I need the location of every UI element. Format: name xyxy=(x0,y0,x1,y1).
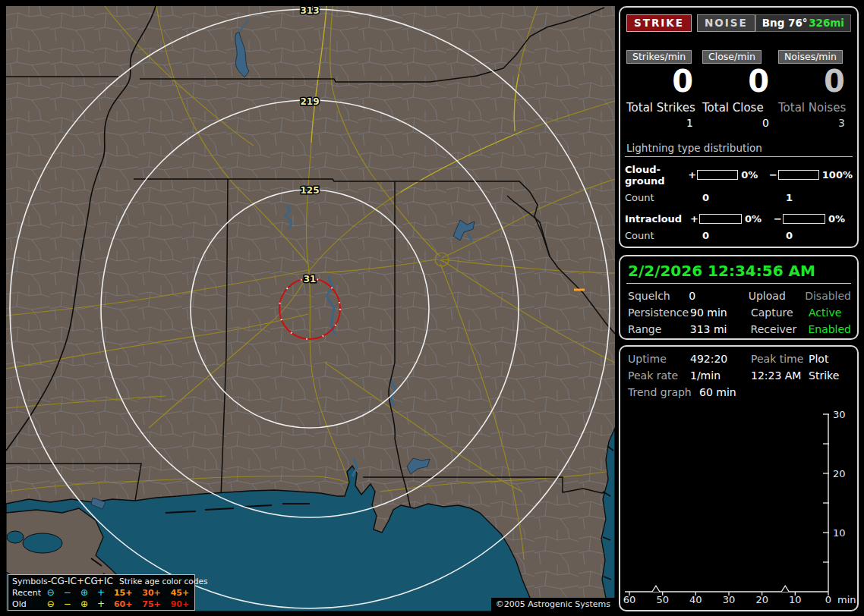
pos-cg-recent-icon: ⊕ xyxy=(76,587,93,599)
receiver-status-panel: 2/2/2026 12:34:56 AM Squelch 0 Upload Di… xyxy=(619,255,859,340)
svg-text:min: min xyxy=(837,594,856,605)
age-code-75: 75+ xyxy=(137,599,166,610)
plus-sign: + xyxy=(690,213,699,225)
range-receiver-row: Range 313 mi Receiver Enabled xyxy=(628,323,851,335)
peak-rate-row: Peak rate 1/min 12:23 AM Strike xyxy=(628,369,851,382)
trend-graph-label: Trend graph xyxy=(628,386,699,398)
cg-negative-count: 1 xyxy=(786,192,793,203)
neg-ic-old-icon: − xyxy=(59,599,76,610)
legend-recent-row: Recent ⊖ − ⊕ + 15+ 30+ 45+ xyxy=(12,587,194,599)
neg-cg-old-icon: ⊖ xyxy=(43,599,59,610)
legend-age-title: Strike age color codes xyxy=(113,576,207,587)
alarm-header-row: STRIKE NOISE Bng 76° 326mi xyxy=(620,8,857,32)
total-noises-value: 3 xyxy=(778,117,854,129)
ic-negative-bar xyxy=(783,214,825,224)
ring-label-219: 219 xyxy=(300,96,319,107)
legend-col-neg-cg: -CG xyxy=(48,576,65,587)
strike-alarm-button[interactable]: STRIKE xyxy=(626,14,692,32)
close-per-min-value: 0 xyxy=(702,66,778,97)
neg-ic-recent-icon: − xyxy=(59,587,76,599)
strikes-per-min-chip[interactable]: Strikes/min xyxy=(626,50,692,64)
bearing-value: Bng 76° xyxy=(762,17,808,29)
total-strikes-value: 1 xyxy=(626,117,702,129)
minus-sign: − xyxy=(769,169,778,181)
cg-positive-bar xyxy=(697,170,738,180)
squelch-label: Squelch xyxy=(628,290,689,302)
status-rows: Squelch 0 Upload Disabled Persistence 90… xyxy=(620,284,857,335)
svg-text:0: 0 xyxy=(825,594,831,605)
strike-trend-chart: 3020106050403020100min xyxy=(620,404,857,611)
system-datetime: 2/2/2026 12:34:56 AM xyxy=(620,256,857,283)
svg-text:20: 20 xyxy=(755,594,768,605)
legend-old-row: Old ⊖ − ⊕ + 60+ 75+ 90+ xyxy=(12,599,194,610)
svg-text:40: 40 xyxy=(689,594,702,605)
range-value: 313 mi xyxy=(690,323,751,335)
pos-cg-old-icon: ⊕ xyxy=(76,599,93,610)
legend-col-pos-ic: +IC xyxy=(96,576,113,587)
total-noises-label: Total Noises xyxy=(778,101,854,115)
persistence-label: Persistence xyxy=(628,306,690,319)
squelch-upload-row: Squelch 0 Upload Disabled xyxy=(628,290,851,302)
close-per-min-counter: Close/min 0 Total Close 0 xyxy=(702,50,778,129)
svg-text:20: 20 xyxy=(833,468,846,479)
ic-positive-bar xyxy=(699,214,742,224)
cg-negative-bar xyxy=(778,170,819,180)
intracloud-label: Intracloud xyxy=(625,213,690,225)
cg-positive-count: 0 xyxy=(702,192,786,203)
legend-recent-label: Recent xyxy=(12,587,43,599)
upload-status: Disabled xyxy=(805,290,851,302)
svg-text:30: 30 xyxy=(833,409,846,420)
count-label: Count xyxy=(625,230,702,241)
trend-graph-value: 60 min xyxy=(699,386,760,398)
peak-rate-label: Peak rate xyxy=(628,369,690,382)
plot-mode-label: Plot xyxy=(809,353,851,365)
legend-col-neg-ic: -IC xyxy=(65,576,77,587)
legend-symbols-label: Symbols xyxy=(12,576,48,587)
cg-positive-pct: 0% xyxy=(741,169,769,181)
legend-col-pos-cg: +CG xyxy=(77,576,96,587)
ring-label-313: 313 xyxy=(300,6,319,16)
persistence-value: 90 min xyxy=(690,306,751,319)
total-close-label: Total Close xyxy=(702,101,778,115)
cg-negative-pct: 100% xyxy=(822,169,853,181)
noise-alarm-button[interactable]: NOISE xyxy=(697,14,755,32)
noises-per-min-counter: Noises/min 0 Total Noises 3 xyxy=(778,50,854,129)
plot-mode-value: Strike xyxy=(809,369,851,382)
distribution-title: Lightning type distribution xyxy=(625,142,853,157)
total-close-value: 0 xyxy=(702,117,778,129)
minus-sign: − xyxy=(774,213,783,225)
strike-counter-panel: STRIKE NOISE Bng 76° 326mi Strikes/min 0… xyxy=(619,6,859,248)
noises-per-min-chip[interactable]: Noises/min xyxy=(778,50,843,64)
rate-counters: Strikes/min 0 Total Strikes 1 Close/min … xyxy=(620,32,857,129)
cloud-ground-count-row: Count 0 1 xyxy=(625,192,853,203)
upload-label: Upload xyxy=(749,290,805,302)
cloud-ground-label: Cloud-ground xyxy=(625,164,688,187)
legend-header-row: Symbols -CG -IC +CG +IC Strike age color… xyxy=(12,576,194,587)
legend-old-label: Old xyxy=(12,599,43,610)
nexstorm-app-window: 313 219 125 31 Symbols -CG -IC +CG +IC S… xyxy=(0,0,864,616)
svg-text:60: 60 xyxy=(623,594,636,605)
peak-time-label: Peak time xyxy=(751,353,809,365)
age-code-15: 15+ xyxy=(109,587,137,599)
count-label: Count xyxy=(625,192,702,203)
strikes-per-min-value: 0 xyxy=(626,66,702,97)
svg-text:50: 50 xyxy=(656,594,669,605)
svg-text:30: 30 xyxy=(723,594,736,605)
uptime-value: 492:20 xyxy=(690,353,751,365)
uptime-row: Uptime 492:20 Peak time Plot xyxy=(628,353,851,365)
capture-label: Capture xyxy=(751,306,809,319)
intracloud-row: Intracloud + 0% − 0% xyxy=(625,213,853,225)
age-code-30: 30+ xyxy=(137,587,166,599)
lightning-type-distribution: Lightning type distribution Cloud-ground… xyxy=(620,129,857,241)
total-strikes-label: Total Strikes xyxy=(626,101,702,115)
strikes-per-min-counter: Strikes/min 0 Total Strikes 1 xyxy=(626,50,702,129)
bearing-distance-chip: Bng 76° 326mi xyxy=(755,14,851,32)
uptime-rows: Uptime 492:20 Peak time Plot Peak rate 1… xyxy=(620,347,857,398)
receiver-label: Receiver xyxy=(751,323,809,335)
close-per-min-chip[interactable]: Close/min xyxy=(702,50,762,64)
neg-cg-recent-icon: ⊖ xyxy=(43,587,59,599)
lightning-map[interactable]: 313 219 125 31 Symbols -CG -IC +CG +IC S… xyxy=(6,6,615,611)
peak-time-value: 12:23 AM xyxy=(751,369,809,382)
range-label: Range xyxy=(628,323,690,335)
distance-value: 326mi xyxy=(809,17,844,29)
